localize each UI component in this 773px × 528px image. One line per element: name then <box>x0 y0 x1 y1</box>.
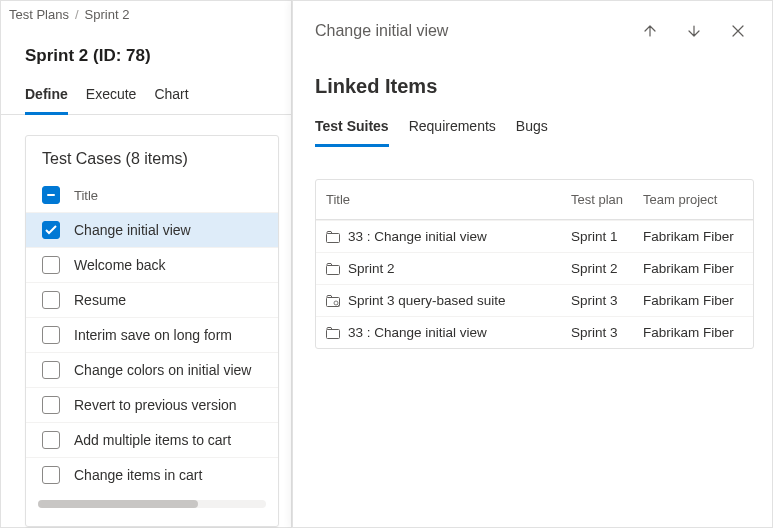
arrow-down-icon <box>686 23 702 39</box>
row-title: Resume <box>74 292 126 308</box>
suite-icon <box>326 263 340 275</box>
breadcrumb: Test Plans / Sprint 2 <box>1 1 291 28</box>
row-plan: Sprint 3 <box>571 293 643 308</box>
row-checkbox[interactable] <box>42 466 60 484</box>
svg-rect-1 <box>327 265 340 274</box>
row-title: Welcome back <box>74 257 166 273</box>
breadcrumb-current[interactable]: Sprint 2 <box>85 7 130 22</box>
arrow-up-icon <box>642 23 658 39</box>
checkmark-icon <box>45 224 57 236</box>
row-plan: Sprint 1 <box>571 229 643 244</box>
row-title: Interim save on long form <box>74 327 232 343</box>
tab-define[interactable]: Define <box>25 80 68 115</box>
tab-bugs[interactable]: Bugs <box>516 112 548 147</box>
row-title: Sprint 2 <box>348 261 395 276</box>
column-title[interactable]: Title <box>74 188 98 203</box>
row-title: 33 : Change initial view <box>348 229 487 244</box>
list-item[interactable]: Interim save on long form <box>26 317 278 352</box>
list-item[interactable]: Change items in cart <box>26 457 278 492</box>
suite-icon <box>326 327 340 339</box>
table-header: Title Test plan Team project <box>316 180 753 220</box>
row-plan: Sprint 2 <box>571 261 643 276</box>
scrollbar-thumb[interactable] <box>38 500 198 508</box>
row-team: Fabrikam Fiber <box>643 293 743 308</box>
tab-requirements[interactable]: Requirements <box>409 112 496 147</box>
main-pane: Test Plans / Sprint 2 Sprint 2 (ID: 78) … <box>0 0 292 528</box>
row-title: Add multiple items to cart <box>74 432 231 448</box>
list-item[interactable]: Resume <box>26 282 278 317</box>
row-title: Change items in cart <box>74 467 202 483</box>
view-tabs: Define Execute Chart <box>1 74 291 115</box>
list-item[interactable]: Welcome back <box>26 247 278 282</box>
panel-header: Change initial view <box>293 1 772 53</box>
row-title: Change colors on initial view <box>74 362 251 378</box>
linked-items-title: Linked Items <box>293 53 772 108</box>
test-cases-card: Test Cases (8 items) Title Change initia… <box>25 135 279 527</box>
list-header: Title <box>26 178 278 212</box>
row-checkbox[interactable] <box>42 291 60 309</box>
page-title: Sprint 2 (ID: 78) <box>1 28 291 74</box>
list-item[interactable]: Add multiple items to cart <box>26 422 278 457</box>
table-row[interactable]: Sprint 2 Sprint 2 Fabrikam Fiber <box>316 252 753 284</box>
row-title: Revert to previous version <box>74 397 237 413</box>
table-row[interactable]: Sprint 3 query-based suite Sprint 3 Fabr… <box>316 284 753 316</box>
panel-tabs: Test Suites Requirements Bugs <box>293 108 772 147</box>
test-cases-title: Test Cases (8 items) <box>26 136 278 178</box>
breadcrumb-separator: / <box>75 7 79 22</box>
list-item[interactable]: Change initial view <box>26 212 278 247</box>
table-row[interactable]: 33 : Change initial view Sprint 1 Fabrik… <box>316 220 753 252</box>
tab-chart[interactable]: Chart <box>154 80 188 115</box>
list-item[interactable]: Change colors on initial view <box>26 352 278 387</box>
query-suite-icon <box>326 295 340 307</box>
row-title: Change initial view <box>74 222 191 238</box>
close-icon <box>731 24 745 38</box>
next-button[interactable] <box>678 15 710 47</box>
row-title: Sprint 3 query-based suite <box>348 293 506 308</box>
col-team-header[interactable]: Team project <box>643 192 743 207</box>
row-checkbox[interactable] <box>42 221 60 239</box>
horizontal-scrollbar[interactable] <box>38 500 266 508</box>
col-plan-header[interactable]: Test plan <box>571 192 643 207</box>
suite-icon <box>326 231 340 243</box>
row-checkbox[interactable] <box>42 431 60 449</box>
details-panel: Change initial view Linked Items Test Su… <box>292 0 773 528</box>
tab-execute[interactable]: Execute <box>86 80 137 115</box>
previous-button[interactable] <box>634 15 666 47</box>
close-button[interactable] <box>722 15 754 47</box>
panel-header-title: Change initial view <box>315 22 622 40</box>
row-team: Fabrikam Fiber <box>643 325 743 340</box>
row-checkbox[interactable] <box>42 396 60 414</box>
row-checkbox[interactable] <box>42 326 60 344</box>
tab-test-suites[interactable]: Test Suites <box>315 112 389 147</box>
row-plan: Sprint 3 <box>571 325 643 340</box>
row-title: 33 : Change initial view <box>348 325 487 340</box>
svg-rect-0 <box>327 233 340 242</box>
breadcrumb-root[interactable]: Test Plans <box>9 7 69 22</box>
row-checkbox[interactable] <box>42 256 60 274</box>
svg-rect-4 <box>327 329 340 338</box>
col-title-header[interactable]: Title <box>326 192 571 207</box>
svg-point-3 <box>334 301 338 305</box>
linked-items-table: Title Test plan Team project 33 : Change… <box>315 179 754 349</box>
row-team: Fabrikam Fiber <box>643 261 743 276</box>
list-item[interactable]: Revert to previous version <box>26 387 278 422</box>
table-row[interactable]: 33 : Change initial view Sprint 3 Fabrik… <box>316 316 753 348</box>
row-team: Fabrikam Fiber <box>643 229 743 244</box>
select-all-checkbox[interactable] <box>42 186 60 204</box>
row-checkbox[interactable] <box>42 361 60 379</box>
